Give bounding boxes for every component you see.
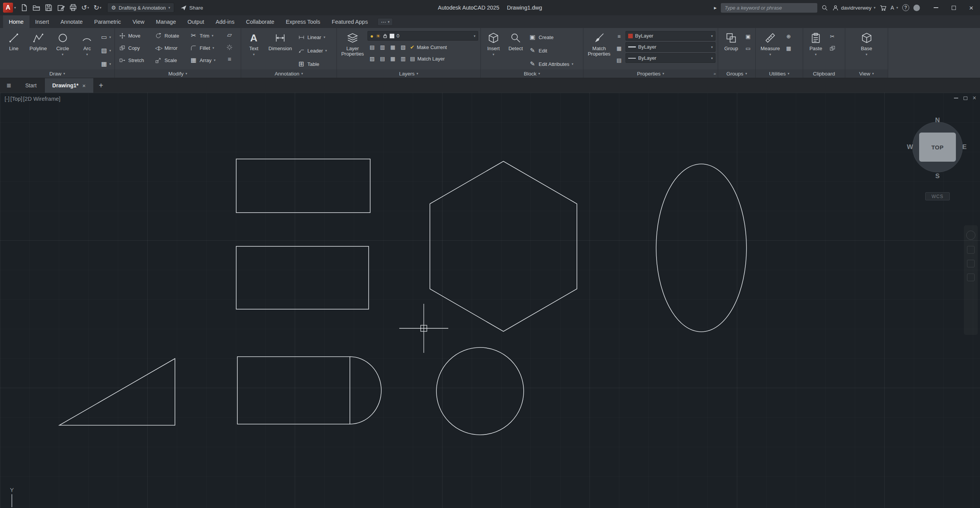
properties-list-button[interactable]: ≡ xyxy=(614,32,624,41)
autodesk-access-button[interactable]: A ▾ xyxy=(890,5,898,10)
search-box[interactable] xyxy=(721,3,817,13)
hexagon[interactable] xyxy=(430,161,577,331)
paste-button[interactable]: Paste ▾ xyxy=(805,30,826,69)
help-icon[interactable]: ? xyxy=(902,4,909,11)
status-circle-icon[interactable] xyxy=(913,5,920,11)
insert-block-button[interactable]: Insert ▾ xyxy=(483,30,504,69)
panel-label-modify[interactable]: Modify ▾ xyxy=(115,69,241,78)
tab-home[interactable]: Home xyxy=(3,15,29,28)
viewcube-south[interactable]: S xyxy=(935,172,939,180)
explode-button[interactable] xyxy=(225,43,234,52)
drawing-minimize-icon[interactable] xyxy=(954,98,958,98)
save-as-button[interactable] xyxy=(55,2,67,13)
quick-properties-button[interactable]: ▦ xyxy=(614,44,624,53)
detect-button[interactable]: Detect xyxy=(505,30,526,69)
match-layer-button[interactable]: ▤ Match Layer xyxy=(409,53,446,64)
maximize-button[interactable] xyxy=(945,0,962,15)
tab-view[interactable]: View xyxy=(127,15,150,28)
pan-icon[interactable] xyxy=(967,246,975,254)
tab-start[interactable]: Start xyxy=(18,78,45,93)
minimize-button[interactable] xyxy=(927,0,945,15)
circle-button[interactable]: Circle ▾ xyxy=(51,30,74,69)
save-button[interactable] xyxy=(43,2,54,13)
close-tab-icon[interactable]: × xyxy=(82,82,86,89)
ellipse[interactable] xyxy=(656,164,746,332)
viewcube-east[interactable]: E xyxy=(962,143,967,151)
viewcube-west[interactable]: W xyxy=(907,143,913,151)
viewport-menu-control[interactable]: [-] xyxy=(5,96,10,102)
linetype-combo[interactable]: ByLayer ▾ xyxy=(626,53,715,63)
lineweight-combo[interactable]: ByLayer ▾ xyxy=(626,42,715,52)
new-drawing-tab-button[interactable]: + xyxy=(94,78,108,93)
rectangle-tool-button[interactable]: ▭ ▾ xyxy=(100,32,112,43)
tab-parametric[interactable]: Parametric xyxy=(88,15,127,28)
text-button[interactable]: A Text ▾ xyxy=(243,30,264,69)
panel-label-utilities[interactable]: Utilities ▾ xyxy=(756,69,803,78)
layer-freeze-button[interactable]: ▦ xyxy=(388,43,397,52)
navigation-bar[interactable] xyxy=(964,225,978,335)
more-modify-tools-button[interactable]: ≡ xyxy=(225,55,234,64)
circle[interactable] xyxy=(436,347,524,435)
rotate-button[interactable]: Rotate xyxy=(154,30,185,41)
drawing-canvas[interactable]: [-] [Top] [2D Wireframe] × N S W E TOP W… xyxy=(0,93,980,508)
search-icon[interactable] xyxy=(822,5,828,11)
erase-button[interactable]: ▱ xyxy=(225,30,234,39)
search-input[interactable] xyxy=(725,5,813,11)
hatch-tool-button[interactable]: ▧ ▾ xyxy=(100,45,112,56)
copy-clip-button[interactable] xyxy=(828,44,837,53)
layer-lock-button[interactable]: ▧ xyxy=(399,43,408,52)
file-tabs-menu-button[interactable]: ≡ xyxy=(0,78,18,93)
orbit-icon[interactable] xyxy=(967,274,975,281)
tab-collaborate[interactable]: Collaborate xyxy=(240,15,280,28)
id-point-button[interactable]: ⊕ xyxy=(784,32,793,41)
polyline-button[interactable]: Polyline xyxy=(27,30,50,69)
new-file-button[interactable] xyxy=(18,2,30,13)
gradient-tool-button[interactable]: ▦ ▾ xyxy=(100,59,112,69)
slot[interactable] xyxy=(237,357,381,424)
ungroup-button[interactable]: ▭ xyxy=(743,44,753,53)
drawing-restore-icon[interactable] xyxy=(964,97,967,100)
cut-button[interactable]: ✂ xyxy=(828,32,837,41)
search-expand-icon[interactable]: ▸ xyxy=(714,5,717,10)
layer-isolate-button[interactable]: ▥ xyxy=(378,43,387,52)
wcs-dropdown[interactable]: WCS xyxy=(925,192,950,200)
viewcube[interactable]: N S W E TOP WCS xyxy=(907,116,968,204)
line-button[interactable]: Line xyxy=(2,30,25,69)
layer-unisolate-button[interactable]: ▤ xyxy=(378,54,387,63)
redo-button[interactable]: ↻ ▾ xyxy=(92,2,103,13)
layer-off-button[interactable]: ▤ xyxy=(368,43,377,52)
stretch-button[interactable]: Stretch xyxy=(117,55,150,66)
group-button[interactable]: Group xyxy=(720,30,742,69)
layer-thaw-button[interactable]: ▦ xyxy=(388,54,397,63)
base-view-button[interactable]: Base ▾ xyxy=(856,30,877,69)
mirror-button[interactable]: ◁▷ Mirror xyxy=(154,43,185,53)
object-color-combo[interactable]: ByLayer ▾ xyxy=(626,31,715,41)
undo-button[interactable]: ↺ ▾ xyxy=(80,2,91,13)
triangle[interactable] xyxy=(59,359,175,425)
panel-label-annotation[interactable]: Annotation ▾ xyxy=(241,69,336,78)
open-file-button[interactable] xyxy=(31,2,42,13)
layer-select-combo[interactable]: ● ☀ 0 ▾ xyxy=(368,31,478,41)
app-menu-button[interactable]: A ▾ xyxy=(3,3,16,13)
panel-label-clipboard[interactable]: Clipboard xyxy=(803,69,845,78)
panel-label-block[interactable]: Block ▾ xyxy=(481,69,583,78)
viewcube-top-face[interactable]: TOP xyxy=(919,133,956,162)
tab-express-tools[interactable]: Express Tools xyxy=(280,15,326,28)
tab-add-ins[interactable]: Add-ins xyxy=(210,15,240,28)
edit-block-button[interactable]: ✎ Edit xyxy=(528,45,575,56)
account-menu[interactable]: davidrverwey ▾ xyxy=(832,5,875,11)
transparency-button[interactable]: ▤ xyxy=(614,56,624,65)
layer-on-button[interactable]: ▨ xyxy=(368,54,377,63)
viewport-view-control[interactable]: [Top] xyxy=(10,96,22,102)
group-edit-button[interactable]: ▣ xyxy=(743,32,753,41)
scale-button[interactable]: Scale xyxy=(154,55,185,66)
make-current-button[interactable]: ✔ Make Current xyxy=(409,42,448,52)
layer-unlock-button[interactable]: ▥ xyxy=(399,54,408,63)
panel-label-layers[interactable]: Layers ▾ xyxy=(337,69,480,78)
viewcube-north[interactable]: N xyxy=(935,116,940,124)
zoom-icon[interactable] xyxy=(967,260,975,267)
edit-attributes-button[interactable]: ✎ Edit Attributes ▾ xyxy=(528,59,575,69)
panel-label-properties[interactable]: Properties ▾ » xyxy=(583,69,718,78)
copy-button[interactable]: Copy xyxy=(117,43,150,53)
panel-label-groups[interactable]: Groups ▾ xyxy=(718,69,755,78)
